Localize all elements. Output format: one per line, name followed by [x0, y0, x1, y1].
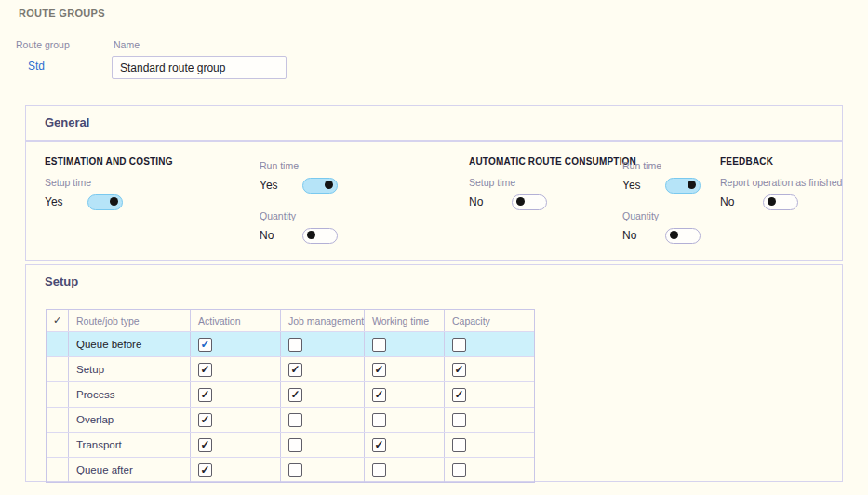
toggle-knob — [768, 197, 776, 206]
quantity-toggle[interactable] — [302, 228, 338, 244]
quantity-toggle[interactable] — [665, 228, 701, 244]
run-time-toggle[interactable] — [302, 178, 338, 194]
column-header-route-job-type[interactable]: Route/job type — [69, 310, 191, 331]
row-selector[interactable] — [47, 357, 69, 381]
setup-time-value: No — [469, 195, 512, 208]
report-operation-finished-field: No — [720, 194, 798, 210]
run-time-label: Run time — [260, 160, 299, 171]
job-management-cell — [281, 458, 365, 482]
table-row-queue-before: Queue before — [47, 331, 534, 356]
column-header-job-management[interactable]: Job management — [281, 310, 365, 331]
activation-cell — [191, 382, 281, 407]
working-time-checkbox[interactable] — [372, 388, 386, 402]
quantity-field: No — [622, 227, 701, 244]
activation-checkbox[interactable] — [198, 388, 212, 402]
job-management-cell — [281, 332, 365, 356]
row-selector[interactable] — [47, 332, 69, 356]
setup-time-field: Yes — [45, 194, 123, 210]
run-time-field: Yes — [622, 177, 701, 194]
row-selector[interactable] — [47, 458, 69, 482]
quantity-value: No — [260, 229, 302, 242]
working-time-checkbox[interactable] — [372, 338, 386, 352]
route-job-type-cell[interactable]: Overlap — [69, 408, 191, 432]
working-time-cell — [365, 408, 445, 432]
row-selector[interactable] — [47, 433, 69, 457]
setup-time-toggle[interactable] — [512, 194, 547, 210]
table-row-overlap: Overlap — [47, 407, 534, 432]
group-heading: ESTIMATION AND COSTING — [45, 156, 173, 167]
route-job-type-cell[interactable]: Queue before — [69, 332, 191, 356]
activation-cell — [191, 408, 281, 432]
column-header-working-time[interactable]: Working time — [365, 310, 445, 331]
name-input[interactable] — [112, 56, 287, 79]
capacity-checkbox[interactable] — [452, 438, 466, 452]
capacity-cell — [445, 357, 534, 381]
report-operation-finished-value: No — [720, 195, 763, 208]
setup-time-label: Setup time — [45, 177, 91, 188]
select-all-header[interactable]: ✓ — [47, 310, 69, 331]
row-selector[interactable] — [47, 408, 69, 432]
working-time-checkbox[interactable] — [372, 438, 386, 452]
table-row-queue-after: Queue after — [47, 457, 534, 482]
activation-checkbox[interactable] — [198, 338, 212, 352]
activation-checkbox[interactable] — [198, 438, 212, 452]
route-job-type-cell[interactable]: Setup — [69, 357, 191, 381]
table-row-setup: Setup — [47, 356, 534, 381]
column-header-capacity[interactable]: Capacity — [445, 310, 534, 331]
setup-section-header[interactable]: Setup — [45, 274, 78, 288]
working-time-checkbox[interactable] — [372, 413, 386, 427]
route-group-value-link[interactable]: Std — [28, 60, 45, 73]
activation-checkbox[interactable] — [198, 363, 212, 377]
capacity-checkbox[interactable] — [452, 413, 466, 427]
job-management-checkbox[interactable] — [288, 463, 302, 477]
route-job-type-cell[interactable]: Queue after — [69, 458, 191, 482]
group-heading: FEEDBACK — [720, 156, 773, 167]
setup-section: Setup ✓ Route/job type Activation Job ma… — [25, 264, 843, 482]
report-operation-finished-toggle[interactable] — [763, 194, 798, 210]
column-header-activation[interactable]: Activation — [191, 310, 281, 331]
job-management-cell — [281, 382, 365, 407]
activation-cell — [191, 458, 281, 482]
capacity-cell — [445, 408, 534, 432]
capacity-checkbox[interactable] — [452, 463, 466, 477]
quantity-label: Quantity — [622, 210, 659, 221]
setup-time-value: Yes — [45, 195, 87, 208]
general-section: General ESTIMATION AND COSTING Setup tim… — [25, 105, 843, 261]
group-heading: AUTOMATIC ROUTE CONSUMPTION — [469, 156, 636, 167]
activation-checkbox[interactable] — [198, 463, 212, 477]
general-section-header[interactable]: General — [45, 115, 89, 129]
capacity-cell — [445, 382, 534, 407]
working-time-checkbox[interactable] — [372, 463, 386, 477]
setup-time-label: Setup time — [469, 177, 515, 188]
report-operation-finished-label: Report operation as finished — [720, 177, 842, 188]
row-selector[interactable] — [47, 382, 69, 407]
job-management-checkbox[interactable] — [288, 388, 302, 402]
job-management-checkbox[interactable] — [288, 363, 302, 377]
job-management-checkbox[interactable] — [288, 438, 302, 452]
activation-cell — [191, 357, 281, 381]
route-job-type-cell[interactable]: Transport — [69, 433, 191, 457]
toggle-knob — [325, 181, 333, 189]
setup-time-toggle[interactable] — [87, 194, 123, 210]
job-management-checkbox[interactable] — [288, 413, 302, 427]
capacity-checkbox[interactable] — [452, 388, 466, 402]
route-job-type-cell[interactable]: Process — [69, 382, 191, 407]
job-management-checkbox[interactable] — [288, 338, 302, 352]
setup-grid: ✓ Route/job type Activation Job manageme… — [46, 309, 535, 483]
check-icon: ✓ — [53, 314, 61, 327]
toggle-knob — [307, 231, 315, 239]
working-time-cell — [365, 433, 445, 457]
activation-checkbox[interactable] — [198, 413, 212, 427]
run-time-value: Yes — [260, 179, 302, 192]
run-time-toggle[interactable] — [665, 178, 701, 194]
capacity-cell — [445, 433, 534, 457]
quantity-value: No — [622, 229, 665, 242]
capacity-checkbox[interactable] — [452, 338, 466, 352]
capacity-checkbox[interactable] — [452, 363, 466, 377]
working-time-cell — [365, 382, 445, 407]
toggle-knob — [670, 231, 678, 239]
job-management-cell — [281, 433, 365, 457]
working-time-cell — [365, 357, 445, 381]
working-time-checkbox[interactable] — [372, 363, 386, 377]
activation-cell — [191, 332, 281, 356]
